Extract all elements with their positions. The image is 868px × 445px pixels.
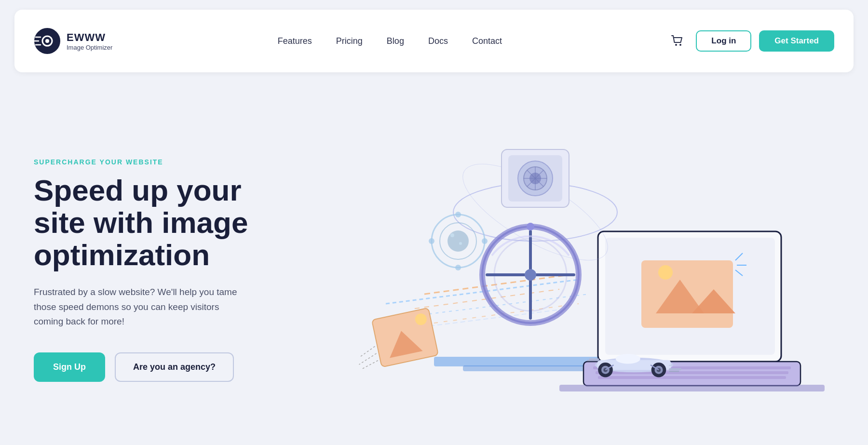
svg-point-53 [482, 238, 488, 244]
svg-point-51 [455, 265, 461, 270]
svg-point-52 [429, 238, 434, 244]
svg-point-54 [450, 233, 454, 237]
svg-rect-68 [669, 371, 679, 372]
svg-line-11 [424, 275, 569, 294]
svg-line-34 [357, 353, 378, 364]
cart-icon[interactable] [667, 30, 688, 52]
nav-item-contact[interactable]: Contact [472, 36, 502, 46]
nav-link-blog[interactable]: Blog [387, 36, 404, 46]
svg-point-50 [455, 212, 461, 217]
hero-buttons: Sign Up Are you an agency? [34, 352, 285, 382]
svg-rect-69 [589, 358, 599, 360]
svg-rect-28 [598, 376, 786, 379]
svg-line-33 [358, 346, 376, 357]
nav-item-features[interactable]: Features [278, 36, 312, 46]
navbar: EWWW Image Optimizer Features Pricing Bl… [14, 10, 854, 72]
svg-point-61 [525, 269, 536, 281]
svg-point-6 [675, 44, 677, 46]
hero-illustration [304, 101, 834, 439]
svg-point-7 [679, 44, 681, 46]
hero-illustration-svg [304, 101, 834, 439]
nav-item-docs[interactable]: Docs [428, 36, 448, 46]
svg-point-65 [616, 354, 640, 364]
svg-rect-29 [559, 385, 825, 391]
hero-section: SUPERCHARGE YOUR WEBSITE Speed up your s… [0, 82, 868, 445]
svg-point-2 [45, 39, 49, 43]
get-started-button[interactable]: Get Started [759, 30, 834, 52]
svg-rect-70 [587, 360, 599, 362]
svg-point-21 [658, 265, 673, 280]
signup-button[interactable]: Sign Up [34, 352, 105, 382]
svg-point-49 [448, 230, 469, 252]
hero-subtext: Frustrated by a slow website? We'll help… [34, 285, 246, 329]
svg-line-35 [361, 361, 379, 369]
nav-link-docs[interactable]: Docs [428, 36, 448, 46]
logo: EWWW Image Optimizer [34, 27, 112, 54]
nav-link-contact[interactable]: Contact [472, 36, 502, 46]
logo-text: EWWW Image Optimizer [67, 31, 112, 51]
logo-subtitle: Image Optimizer [67, 44, 112, 51]
login-button[interactable]: Log in [696, 30, 751, 52]
nav-link-features[interactable]: Features [278, 36, 312, 46]
logo-title: EWWW [67, 31, 112, 44]
agency-button[interactable]: Are you an agency? [115, 352, 234, 382]
hero-heading: Speed up your site with image optimizati… [34, 175, 285, 271]
nav-link-pricing[interactable]: Pricing [336, 36, 363, 46]
hero-content: SUPERCHARGE YOUR WEBSITE Speed up your s… [34, 158, 285, 381]
nav-right: Log in Get Started [667, 30, 834, 52]
nav-item-pricing[interactable]: Pricing [336, 36, 363, 46]
nav-item-blog[interactable]: Blog [387, 36, 404, 46]
nav-links: Features Pricing Blog Docs Contact [278, 36, 502, 46]
svg-rect-67 [669, 368, 681, 370]
logo-icon [34, 27, 61, 54]
svg-point-55 [459, 242, 462, 245]
hero-tagline: SUPERCHARGE YOUR WEBSITE [34, 158, 285, 166]
svg-point-62 [527, 223, 534, 230]
